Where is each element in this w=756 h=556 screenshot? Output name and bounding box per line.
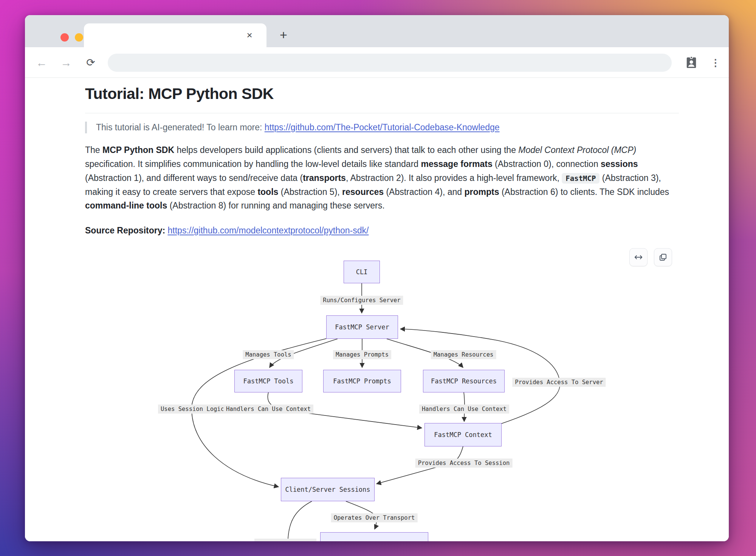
node-cli: CLI — [344, 261, 380, 283]
expand-width-button[interactable] — [629, 248, 648, 266]
text-segment: command-line tools — [85, 201, 167, 210]
edge-label-handlers-can-use-context-right: Handlers Can Use Context — [419, 405, 509, 414]
node-client-server-sessions: Client/Server Sessions — [281, 478, 375, 501]
fastmcp-code-chip: FastMCP — [562, 173, 600, 184]
edge-label-provides-access-to-session: Provides Access To Session — [415, 459, 513, 468]
edge-label-uses-session-logic: Uses Session Logic — [158, 405, 227, 414]
copy-diagram-button[interactable] — [654, 248, 672, 266]
menu-kebab-icon[interactable]: ⋮ — [708, 56, 723, 70]
node-fastmcp-prompts: FastMCP Prompts — [323, 370, 401, 392]
text-segment: , Abstraction 2). It also provides a hig… — [346, 173, 562, 183]
intro-paragraph: The MCP Python SDK helps developers buil… — [85, 143, 679, 213]
node-fastmcp-resources: FastMCP Resources — [423, 370, 505, 392]
text-segment: tools — [257, 187, 278, 197]
tab-close-icon[interactable]: × — [243, 29, 256, 42]
edge-sessions-down — [288, 501, 312, 541]
ai-note-blockquote: This tutorial is AI-generated! To learn … — [85, 122, 679, 133]
edge-label-operates-over-transport: Operates Over Transport — [331, 513, 418, 522]
edge-label-manages-resources: Manages Resources — [431, 350, 496, 359]
text-segment: specification. It simplifies communicati… — [85, 159, 421, 169]
source-link[interactable]: https://github.com/modelcontextprotocol/… — [168, 225, 369, 235]
edge-label-clipped — [254, 539, 316, 541]
note-link[interactable]: https://github.com/The-Pocket/Tutorial-C… — [265, 122, 500, 132]
divider — [85, 113, 679, 113]
text-segment: prompts — [465, 187, 499, 197]
source-label: Source Repository: — [85, 225, 168, 235]
mermaid-diagram: CLI FastMCP Server FastMCP Tools FastMCP… — [85, 246, 679, 541]
browser-window: × + ← → ⟳ ⋮ Tutorial: MCP Python SDK Thi… — [25, 15, 729, 541]
text-segment: (Abstraction 4), and — [384, 187, 465, 197]
address-bar[interactable] — [108, 54, 672, 72]
node-fastmcp-context: FastMCP Context — [424, 423, 502, 446]
text-segment: (Abstraction 6) to clients. The SDK incl… — [499, 187, 669, 197]
text-segment: (Abstraction 5), — [278, 187, 342, 197]
traffic-close-button[interactable] — [60, 33, 69, 42]
expand-arrows-icon — [634, 252, 643, 262]
tab-strip: × + — [25, 15, 729, 47]
text-segment: The — [85, 145, 102, 155]
new-tab-button[interactable]: + — [276, 27, 291, 42]
diagram-edges — [85, 246, 679, 541]
edge-label-manages-prompts: Manages Prompts — [333, 350, 391, 359]
text-segment: message formats — [421, 159, 493, 169]
source-repository-line: Source Repository: https://github.com/mo… — [85, 225, 679, 236]
text-segment: (Abstraction 0), connection — [493, 159, 601, 169]
back-icon[interactable]: ← — [34, 56, 49, 70]
edge-label-runs-configures-server: Runs/Configures Server — [320, 296, 403, 305]
text-segment: resources — [342, 187, 384, 197]
text-segment: helps developers build applications (cli… — [174, 145, 518, 155]
text-segment: transports — [303, 173, 346, 183]
node-fastmcp-tools: FastMCP Tools — [234, 370, 302, 392]
copy-icon — [658, 253, 668, 262]
forward-icon[interactable]: → — [59, 56, 73, 70]
text-segment: sessions — [601, 159, 638, 169]
text-segment: (Abstraction 8) for running and managing… — [167, 201, 384, 210]
page-title: Tutorial: MCP Python SDK — [85, 85, 679, 103]
edge-label-handlers-can-use-context-left: Handlers Can Use Context — [223, 405, 313, 414]
browser-tab[interactable]: × — [84, 23, 266, 47]
node-fastmcp-server: FastMCP Server — [326, 315, 398, 339]
text-segment: Model Context Protocol (MCP) — [518, 145, 636, 155]
text-segment: (Abstraction 1), and different ways to s… — [85, 173, 303, 183]
edge-label-provides-access-to-server: Provides Access To Server — [512, 378, 606, 387]
text-segment: MCP Python SDK — [102, 145, 174, 155]
note-text: This tutorial is AI-generated! To learn … — [96, 122, 265, 132]
traffic-minimize-button[interactable] — [75, 33, 83, 42]
profile-icon[interactable] — [683, 55, 699, 71]
browser-toolbar: ← → ⟳ ⋮ — [25, 47, 729, 78]
page-content: Tutorial: MCP Python SDK This tutorial i… — [25, 78, 729, 541]
reload-icon[interactable]: ⟳ — [84, 56, 98, 70]
edge-label-manages-tools: Manages Tools — [243, 350, 294, 359]
node-transports-clipped — [320, 532, 428, 541]
